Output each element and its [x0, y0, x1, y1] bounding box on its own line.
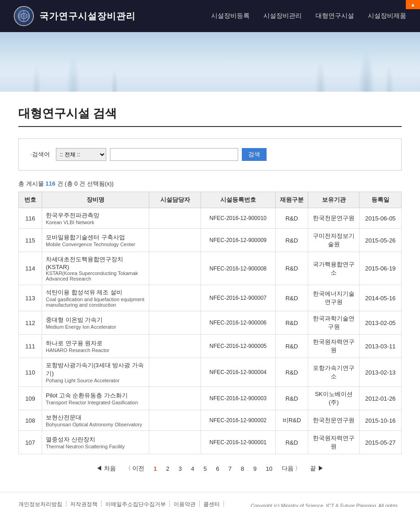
- cell-date: 2013-03-11: [360, 335, 402, 358]
- page-9[interactable]: 9: [250, 463, 260, 474]
- col-regnum: 시설등록번호: [201, 192, 275, 208]
- col-num: 번호: [19, 192, 42, 208]
- search-box: ·검색어 :: 전체 :: 장비명 시설담당자 보유기관 검색: [18, 138, 402, 171]
- search-label: ·검색어: [30, 150, 50, 159]
- cell-manager: [149, 358, 201, 387]
- cell-date: 2012-01-26: [360, 387, 402, 410]
- search-select[interactable]: :: 전체 :: 장비명 시설담당자 보유기관: [56, 148, 106, 161]
- page-next[interactable]: 다음 〉: [278, 463, 305, 474]
- cell-org: 한국원자력연구원: [308, 335, 360, 358]
- name-en: KSTAR(Korea Superconducting Tokamak Adva…: [46, 270, 145, 281]
- cell-regnum: NFEC-2016-12-900010: [201, 208, 275, 229]
- count-selected-unit: 건 선택됨(: [79, 180, 107, 187]
- nav-register[interactable]: 시설장비등록: [211, 12, 250, 20]
- table-header-row: 번호 장비명 시설담당자 시설등록번호 재원구분 보유기관 등록일: [19, 192, 402, 208]
- search-input[interactable]: [110, 148, 238, 161]
- name-en: HANARO Research Reactor: [46, 347, 145, 353]
- cell-manager: [149, 252, 201, 285]
- site-title: 국가연구시설장비관리: [39, 10, 136, 22]
- cell-regnum: NFEC-2016-12-900003: [201, 387, 275, 410]
- cell-org: 포항가속기연구소: [308, 358, 360, 387]
- page-5[interactable]: 5: [200, 463, 210, 474]
- page-7[interactable]: 7: [225, 463, 235, 474]
- name-ko: 모바일융합기술센터 구축사업: [46, 233, 145, 242]
- cell-num: 110: [19, 358, 42, 387]
- col-name: 장비명: [42, 192, 149, 208]
- cell-name: 차세대초전도핵융합연구장치(KSTAR) KSTAR(Korea Superco…: [42, 252, 149, 285]
- cell-org: 국가핵융합연구소: [308, 252, 360, 285]
- page-4[interactable]: 4: [187, 463, 198, 474]
- name-en: Korean VLBI Network: [46, 220, 145, 225]
- cell-name: 중대형 이온빔 가속기 Medium Energy Ion Accelerato…: [42, 311, 149, 335]
- cell-regnum: NFEC-2016-12-900005: [201, 335, 275, 358]
- pagination: ◀ 처음 〈 이전 1 2 3 4 5 6 7 8 9 10 다음 〉 끝 ▶: [18, 463, 402, 474]
- cell-date: 2015-05-27: [360, 431, 402, 454]
- cell-num: 114: [19, 252, 42, 285]
- footer-copyright: Copyright (c) Ministry of Science, ICT &…: [251, 503, 402, 507]
- page-first[interactable]: ◀ 처음: [93, 463, 120, 474]
- cell-regnum: NFEC-2016-12-900007: [201, 285, 275, 311]
- hero-decoration: [0, 32, 420, 92]
- search-button[interactable]: 검색: [242, 148, 267, 161]
- table-row: 111 하나로 연구용 원자로 HANARO Research Reactor …: [19, 335, 402, 358]
- cell-manager: [149, 335, 201, 358]
- name-en: Medium Energy Ion Accelerator: [46, 324, 145, 330]
- footer-email-refuse[interactable]: 이메일주소집단수집거부: [102, 501, 170, 507]
- cell-name: Pilot 고속 순환유동층 가스화기 Transport Reactor In…: [42, 387, 149, 410]
- page-6[interactable]: 6: [212, 463, 223, 474]
- nav-large[interactable]: 대형연구시설: [316, 12, 354, 20]
- cell-name: 열중성자 산란장치 Thermal Neutron Scattering Fac…: [42, 431, 149, 454]
- page-10[interactable]: 10: [262, 463, 276, 474]
- count-selected: 0: [74, 180, 77, 187]
- footer-privacy[interactable]: 개인정보처리방침: [18, 501, 66, 507]
- name-ko: 보현산전문대: [46, 413, 145, 422]
- page-prev[interactable]: 〈 이전: [121, 463, 148, 474]
- nav-manage[interactable]: 시설장비관리: [263, 12, 302, 20]
- cell-manager: [149, 431, 201, 454]
- cell-name: 보현산전문대 Bohyunsan Optical Astronomy Obser…: [42, 410, 149, 431]
- table-row: 108 보현산전문대 Bohyunsan Optical Astronomy O…: [19, 410, 402, 431]
- page-3[interactable]: 3: [175, 463, 185, 474]
- cell-manager: [149, 387, 201, 410]
- col-manager: 시설담당자: [149, 192, 201, 208]
- name-en: Bohyunsan Optical Astronomy Observatory: [46, 422, 145, 427]
- top-button[interactable]: ▲: [406, 0, 420, 9]
- page-8[interactable]: 8: [237, 463, 248, 474]
- cell-source: R&D: [275, 358, 308, 387]
- count-label: 총 게시물: [18, 180, 44, 187]
- footer-callcenter[interactable]: 콜센터: [200, 501, 224, 507]
- cell-name: 포항방사광가속기(3세대 방사광 가속기) Pohang Light Sourc…: [42, 358, 149, 387]
- name-ko: 석탄이용 합성석유 제조 설비: [46, 288, 145, 297]
- cell-regnum: NFEC-2016-12-900009: [201, 229, 275, 252]
- page-1[interactable]: 1: [150, 463, 160, 474]
- cell-name: 석탄이용 합성석유 제조 설비 Coal gasification and li…: [42, 285, 149, 311]
- cell-date: 2015-06-05: [360, 208, 402, 229]
- cell-regnum: NFEC-2016-12-900008: [201, 252, 275, 285]
- footer-copyright-policy[interactable]: 저작권정책: [66, 501, 102, 507]
- cell-num: 111: [19, 335, 42, 358]
- name-en: Coal gasification and liquefaction equip…: [46, 297, 145, 308]
- count-total: 116: [45, 180, 55, 187]
- page-last[interactable]: 끝 ▶: [306, 463, 327, 474]
- cell-manager: [149, 311, 201, 335]
- page-2[interactable]: 2: [162, 463, 173, 474]
- cell-org: 한국원자력연구원: [308, 431, 360, 454]
- cell-manager: [149, 208, 201, 229]
- cell-source: R&D: [275, 285, 308, 311]
- cell-source: R&D: [275, 431, 308, 454]
- name-en: Thermal Neutron Scattering Facility: [46, 444, 145, 449]
- cell-num: 115: [19, 229, 42, 252]
- table-row: 112 중대형 이온빔 가속기 Medium Energy Ion Accele…: [19, 311, 402, 335]
- footer-terms[interactable]: 이용약관: [170, 501, 200, 507]
- table-row: 116 한국우주전파관측망 Korean VLBI Network NFEC-2…: [19, 208, 402, 229]
- cell-source: R&D: [275, 208, 308, 229]
- count-unit: 건 (총: [57, 180, 73, 187]
- table-row: 110 포항방사광가속기(3세대 방사광 가속기) Pohang Light S…: [19, 358, 402, 387]
- cell-org: SK이노베이션(주): [308, 387, 360, 410]
- cell-name: 모바일융합기술센터 구축사업 Mobile Convergence Techno…: [42, 229, 149, 252]
- cell-org: 구미전자정보기술원: [308, 229, 360, 252]
- cell-num: 116: [19, 208, 42, 229]
- nav-product[interactable]: 시설장비제품: [368, 12, 406, 20]
- cell-org: 한국에너지기술연구원: [308, 285, 360, 311]
- cell-date: 2015-06-19: [360, 252, 402, 285]
